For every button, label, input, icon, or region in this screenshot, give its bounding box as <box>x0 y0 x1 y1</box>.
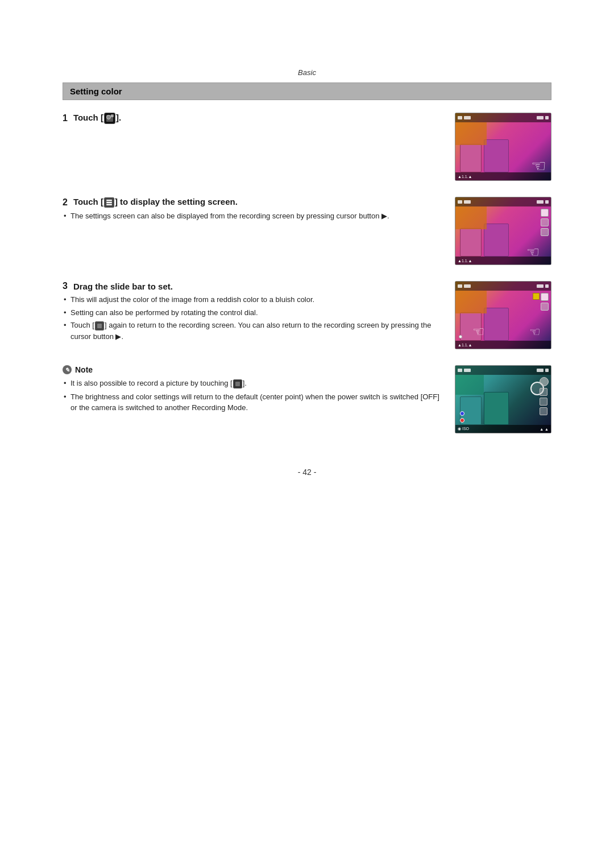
note-bullet-2: The brightness and color settings will r… <box>63 391 441 414</box>
cam-ind-7 <box>537 200 544 204</box>
cam-ind-8 <box>545 200 549 204</box>
step-3-text: Drag the slide bar to set. <box>73 282 173 291</box>
camera-screen-4: ◉ ISO ▲ ▲ <box>455 365 551 433</box>
orange-area-2 <box>455 206 487 229</box>
note-label: Note <box>75 365 93 374</box>
step-2-content: 2 Touch [] to display the setting screen… <box>63 197 441 224</box>
cam-ind-15 <box>537 369 544 372</box>
cam-ind-13 <box>458 369 462 372</box>
step-3-bullet-2: Setting can also be performed by rotatin… <box>63 307 441 319</box>
camera-icon <box>104 113 115 124</box>
cube-purple-2 <box>484 224 509 257</box>
note-bullets: It is also possible to record a picture … <box>63 378 441 414</box>
cube-purple-3 <box>484 308 509 341</box>
step-2-bullets: The settings screen can also be displaye… <box>63 210 441 222</box>
step-3-title: 3 Drag the slide bar to set. <box>63 281 441 291</box>
step-2-bullet-1: The settings screen can also be displaye… <box>63 210 441 222</box>
menu-icon <box>104 197 114 208</box>
cam-ind-11 <box>537 284 544 288</box>
step-1-text: Touch []. <box>73 113 121 124</box>
step-3-bullet-1: This will adjust the color of the image … <box>63 294 441 305</box>
section-header: Setting color <box>63 82 551 100</box>
camera-screen-1: ☜ ▲1.1.▲ <box>455 113 551 181</box>
sidebar-icon-7 <box>540 388 547 396</box>
cube-pink-2 <box>460 228 482 257</box>
page-container: Basic Setting color 1 Touch []. <box>63 0 551 522</box>
cam-ind-14 <box>464 369 471 372</box>
sidebar-icon-3 <box>541 228 549 236</box>
step-3-bullets: This will adjust the color of the image … <box>63 294 441 342</box>
cam-ind-3 <box>537 116 544 119</box>
camera-screen-3: ☜ ☜ ▲1.1.▲ <box>455 281 551 349</box>
sidebar-icon-4 <box>541 293 549 301</box>
note-icon: ✎ <box>63 365 72 374</box>
step-1-title: 1 Touch []. <box>63 113 441 124</box>
sidebar-icon-5 <box>541 303 549 311</box>
cam-ind-1 <box>458 116 462 119</box>
cam-ind-10 <box>464 284 471 288</box>
step-1-block: 1 Touch []. ☜ <box>63 113 551 181</box>
step-1-number: 1 <box>63 113 68 123</box>
green-area <box>455 375 484 395</box>
step-1-content: 1 Touch []. <box>63 113 441 124</box>
sidebar-icon-2 <box>541 218 549 226</box>
cam-ind-9 <box>458 284 462 288</box>
cube-pink-1 <box>460 144 482 172</box>
camera-screen-2: ☜ ▲1.1.▲ <box>455 197 551 265</box>
step-2-block: 2 Touch [] to display the setting screen… <box>63 197 551 265</box>
cam-ind-5 <box>458 200 462 204</box>
cam-topbar-1 <box>455 113 551 122</box>
cam-ind-12 <box>545 284 549 288</box>
cam-sidebar-3 <box>541 293 549 311</box>
step-2-text: Touch [] to display the setting screen. <box>73 197 238 208</box>
page-number: - 42 - <box>63 468 551 477</box>
step-3-bullet-3: Touch [] again to return to the recordin… <box>63 320 441 342</box>
red-dot <box>460 418 464 423</box>
page-label: Basic <box>63 68 551 77</box>
step-3-image: ☜ ☜ ▲1.1.▲ <box>455 281 551 349</box>
step-3-block: 3 Drag the slide bar to set. This will a… <box>63 281 551 349</box>
bottom-text-5: ▲ ▲ <box>540 427 549 431</box>
step-3-content: 3 Drag the slide bar to set. This will a… <box>63 281 441 344</box>
slide-indicator <box>459 335 462 338</box>
step-1-image: ☜ ▲1.1.▲ <box>455 113 551 181</box>
slide-dot-1 <box>459 335 462 338</box>
cam-sidebar-4 <box>540 377 549 415</box>
orange-area-1 <box>455 122 487 145</box>
cam-topbar-2 <box>455 197 551 206</box>
bottom-bar-4: ◉ ISO ▲ ▲ <box>455 425 551 433</box>
sidebar-icon-1 <box>541 209 549 217</box>
bottom-bar-3: ▲1.1.▲ <box>455 341 551 349</box>
note-content: ✎ Note It is also possible to record a p… <box>63 365 441 416</box>
cube-purple-1 <box>484 139 509 172</box>
note-image: ◉ ISO ▲ ▲ <box>455 365 551 433</box>
touch-hand-3: ☜ <box>529 325 541 340</box>
bottom-text-2: ▲1.1.▲ <box>458 259 472 263</box>
step-3-number: 3 <box>63 281 68 291</box>
step-2-image: ☜ ▲1.1.▲ <box>455 197 551 265</box>
cam-topbar-4 <box>455 366 551 375</box>
cam-ind-6 <box>464 200 471 204</box>
bottom-bar-2: ▲1.1.▲ <box>455 257 551 264</box>
orange-area-3 <box>455 291 487 313</box>
cam-ind-16 <box>545 369 549 372</box>
yellow-square <box>533 293 540 300</box>
step-2-number: 2 <box>63 197 68 208</box>
sidebar-icon-6 <box>540 377 549 386</box>
record-icon-inline <box>233 379 242 388</box>
blue-dot <box>460 411 464 416</box>
sidebar-icon-9 <box>540 407 547 415</box>
cam-topbar-3 <box>455 282 551 291</box>
bottom-text-1: ▲1.1.▲ <box>458 175 472 179</box>
step-2-title: 2 Touch [] to display the setting screen… <box>63 197 441 208</box>
note-bullet-1: It is also possible to record a picture … <box>63 378 441 389</box>
cam-ind-4 <box>545 116 549 119</box>
cam-objects-4 <box>460 392 509 425</box>
cube-teal-2 <box>484 392 509 425</box>
bottom-text-3: ▲1.1.▲ <box>458 343 472 347</box>
bottom-text-4: ◉ ISO <box>458 427 469 431</box>
note-header: ✎ Note <box>63 365 441 374</box>
cam-sidebar-2 <box>541 209 549 236</box>
drag-hand: ☜ <box>472 324 485 340</box>
bottom-bar-1: ▲1.1.▲ <box>455 172 551 180</box>
